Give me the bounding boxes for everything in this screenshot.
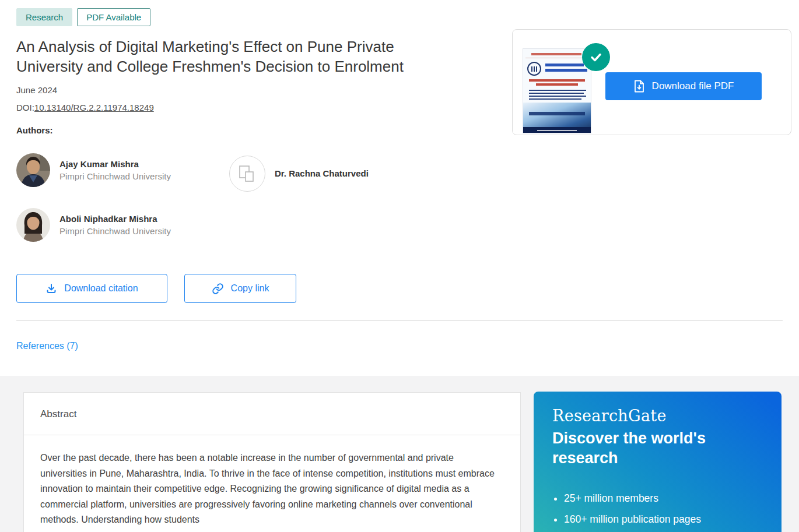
link-icon <box>212 283 224 295</box>
abstract-heading: Abstract <box>24 393 520 435</box>
verified-check-icon <box>582 43 610 71</box>
doi-link[interactable]: 10.13140/RG.2.2.11974.18249 <box>34 103 154 112</box>
promo-heading: Discover the world's research <box>552 428 736 468</box>
publications-pages-icon <box>237 164 257 184</box>
pdf-available-badge: PDF Available <box>77 8 150 26</box>
author-affiliation: Pimpri Chinchwad University <box>59 170 171 182</box>
researchgate-promo-card: ResearchGate Discover the world's resear… <box>534 392 782 532</box>
page-title: An Analysis of Digital Marketing's Effec… <box>16 37 454 76</box>
section-divider <box>16 320 783 321</box>
avatar-photo-woman <box>16 208 50 242</box>
author-affiliation: Pimpri Chinchwad University <box>59 225 171 237</box>
file-download-icon <box>633 80 645 93</box>
author-name[interactable]: Dr. Rachna Chaturvedi <box>275 168 369 179</box>
doi-line: DOI:10.13140/RG.2.2.11974.18249 <box>16 103 154 112</box>
journal-logo-icon <box>527 62 541 76</box>
author-name[interactable]: Ajay Kumar Mishra <box>59 158 171 170</box>
researchgate-logo: ResearchGate <box>552 407 667 425</box>
download-file-pdf-button[interactable]: Download file PDF <box>605 72 762 100</box>
research-type-badge: Research <box>16 8 72 26</box>
journal-cover-thumbnail <box>523 48 591 133</box>
abstract-card: Abstract Over the past decade, there has… <box>23 392 521 532</box>
avatar-photo-man <box>16 153 50 187</box>
avatar[interactable] <box>16 208 50 242</box>
publication-page: Research PDF Available An Analysis of Di… <box>0 0 799 532</box>
badge-row: Research PDF Available <box>16 8 150 26</box>
download-file-pdf-label: Download file PDF <box>652 80 734 92</box>
pdf-download-card: Download file PDF <box>512 29 791 135</box>
download-citation-button[interactable]: Download citation <box>16 274 167 303</box>
author-card-rachna-chaturvedi[interactable]: Dr. Rachna Chaturvedi <box>229 156 369 192</box>
download-icon <box>45 283 57 294</box>
promo-bullet-list: 25+ million members 160+ million publica… <box>564 492 701 532</box>
author-card-aboli-niphadkar-mishra[interactable]: Aboli Niphadkar Mishra Pimpri Chinchwad … <box>16 208 171 242</box>
author-placeholder-icon <box>229 156 265 192</box>
doi-label: DOI: <box>16 103 34 112</box>
authors-label: Authors: <box>16 125 53 135</box>
abstract-text: Over the past decade, there has been a n… <box>24 435 514 528</box>
copy-link-label: Copy link <box>231 283 269 294</box>
references-link[interactable]: References (7) <box>16 341 78 351</box>
promo-bullet-members: 25+ million members <box>564 492 701 505</box>
download-citation-label: Download citation <box>64 283 138 294</box>
avatar[interactable] <box>16 153 50 187</box>
author-card-ajay-kumar-mishra[interactable]: Ajay Kumar Mishra Pimpri Chinchwad Unive… <box>16 153 171 187</box>
promo-bullet-publications: 160+ million publication pages <box>564 513 701 526</box>
publication-date: June 2024 <box>16 85 57 95</box>
copy-link-button[interactable]: Copy link <box>184 274 296 303</box>
pdf-thumbnail[interactable] <box>523 48 591 133</box>
author-name[interactable]: Aboli Niphadkar Mishra <box>59 213 171 225</box>
